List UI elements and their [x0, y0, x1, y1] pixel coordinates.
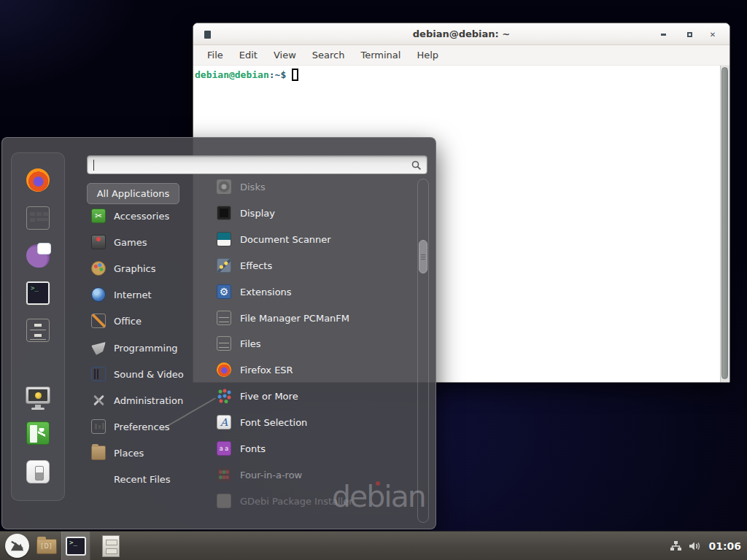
- disks-icon: [217, 179, 231, 194]
- favorite-log-out[interactable]: [25, 420, 51, 446]
- search-input[interactable]: [93, 158, 400, 172]
- minimize-button[interactable]: [654, 23, 673, 45]
- menu-search[interactable]: Search: [304, 45, 353, 66]
- system-tray: 01:06: [670, 532, 741, 560]
- app-item-document-scanner[interactable]: Document Scanner: [208, 228, 415, 250]
- file-manager-launcher[interactable]: [35, 534, 58, 558]
- category-preferences[interactable]: Preferences: [87, 416, 198, 438]
- category-label: Games: [114, 237, 147, 248]
- category-accessories[interactable]: Accessories: [87, 205, 198, 227]
- office-icon: [91, 314, 106, 328]
- maximize-icon: [687, 32, 692, 37]
- menu-view[interactable]: View: [266, 45, 304, 66]
- app-item-file-manager-pcmanfm[interactable]: File Manager PCManFM: [208, 307, 415, 329]
- files-launcher[interactable]: [99, 534, 123, 558]
- prompt-user-host: debian@debian: [195, 69, 269, 80]
- terminal-icon: [26, 281, 50, 305]
- app-item-five-or-more[interactable]: Five or More: [208, 385, 415, 407]
- app-label: Disks: [240, 182, 266, 192]
- app-label: Firefox ESR: [240, 365, 293, 376]
- extensions-icon: [217, 284, 231, 299]
- app-label: Document Scanner: [240, 234, 331, 245]
- category-places[interactable]: Places: [87, 442, 198, 464]
- lock-screen-icon: [26, 386, 50, 404]
- log-out-icon: [26, 421, 50, 445]
- app-label: Extensions: [240, 287, 292, 298]
- category-office[interactable]: Office: [87, 310, 198, 332]
- shell-prompt: debian@debian:~$: [193, 66, 729, 84]
- terminal-scrollbar[interactable]: [720, 66, 729, 382]
- close-button[interactable]: ✕: [703, 23, 722, 45]
- category-label: Preferences: [114, 421, 169, 432]
- category-label: Office: [114, 316, 142, 327]
- internet-icon: [91, 287, 106, 302]
- category-sound-video[interactable]: Sound & Video: [87, 363, 198, 385]
- app-item-display[interactable]: Display: [208, 202, 415, 224]
- volume-icon[interactable]: [689, 540, 702, 552]
- category-games[interactable]: Games: [87, 231, 198, 253]
- firefox-icon: [217, 362, 231, 377]
- app-item-firefox-esr[interactable]: Firefox ESR: [208, 359, 415, 381]
- favorite-file-manager[interactable]: [25, 317, 51, 343]
- app-item-effects[interactable]: Effects: [208, 254, 415, 276]
- effects-icon: [217, 258, 231, 273]
- menu-scrollbar[interactable]: [417, 179, 429, 523]
- firefox-icon: [26, 168, 50, 192]
- app-item-fonts[interactable]: Fonts: [208, 438, 415, 459]
- terminal-menubar: File Edit View Search Terminal Help: [193, 45, 729, 66]
- favorite-pidgin[interactable]: [25, 243, 51, 269]
- preferences-icon: [91, 419, 106, 434]
- menu-help[interactable]: Help: [409, 45, 446, 66]
- favorite-shutdown[interactable]: [25, 459, 51, 485]
- programming-icon: [91, 341, 106, 355]
- application-menu: All Applications Accessories Games Graph…: [1, 137, 436, 529]
- file-manager-icon: [217, 311, 231, 325]
- debian-watermark: debian: [332, 479, 425, 514]
- menu-terminal[interactable]: Terminal: [352, 45, 409, 66]
- app-item-files[interactable]: Files: [208, 332, 415, 354]
- all-applications-button[interactable]: All Applications: [87, 183, 179, 204]
- start-menu-button[interactable]: [5, 534, 29, 558]
- favorite-package-manager[interactable]: [25, 205, 51, 231]
- app-item-font-selection[interactable]: Font Selection: [208, 411, 415, 433]
- search-icon: [411, 160, 422, 171]
- category-recent-files[interactable]: Recent Files: [87, 468, 198, 490]
- terminal-task-button[interactable]: [61, 532, 90, 560]
- taskbar: 01:06: [0, 531, 747, 560]
- app-item-disks[interactable]: Disks: [208, 176, 415, 198]
- category-programming[interactable]: Programming: [87, 337, 198, 359]
- display-icon: [217, 206, 231, 220]
- files-icon: [217, 336, 231, 351]
- category-label: Accessories: [114, 211, 169, 222]
- all-applications-label: All Applications: [97, 188, 170, 199]
- menu-edit[interactable]: Edit: [231, 45, 266, 66]
- desktop: { "terminal": { "title": "debian@debian:…: [0, 0, 747, 560]
- accessories-icon: [91, 209, 106, 223]
- five-or-more-icon: [217, 389, 231, 403]
- category-label: Programming: [114, 343, 178, 354]
- package-manager-icon: [26, 206, 50, 230]
- app-label: Font Selection: [240, 417, 307, 428]
- category-label: Graphics: [114, 263, 155, 274]
- file-manager-folder-icon: [36, 539, 57, 554]
- menu-scrollbar-thumb[interactable]: [419, 240, 427, 273]
- start-menu-icon: [9, 537, 26, 554]
- category-graphics[interactable]: Graphics: [87, 257, 198, 279]
- category-internet[interactable]: Internet: [87, 284, 198, 306]
- terminal-titlebar[interactable]: debian@debian: ~ ✕: [193, 23, 729, 45]
- app-item-extensions[interactable]: Extensions: [208, 281, 415, 303]
- network-icon[interactable]: [670, 540, 682, 552]
- category-administration[interactable]: Administration: [87, 389, 198, 411]
- menu-file[interactable]: File: [199, 45, 231, 66]
- clock[interactable]: 01:06: [708, 540, 741, 552]
- favorite-terminal[interactable]: [25, 280, 51, 306]
- shutdown-icon: [26, 460, 50, 483]
- favorite-firefox[interactable]: [25, 167, 51, 193]
- maximize-button[interactable]: [680, 23, 699, 45]
- search-box[interactable]: [87, 155, 427, 174]
- four-in-a-row-icon: [217, 467, 231, 482]
- favorite-lock-screen[interactable]: [25, 384, 51, 410]
- administration-icon: [91, 393, 106, 408]
- gdebi-icon: [217, 494, 231, 508]
- terminal-scrollbar-thumb[interactable]: [721, 67, 728, 379]
